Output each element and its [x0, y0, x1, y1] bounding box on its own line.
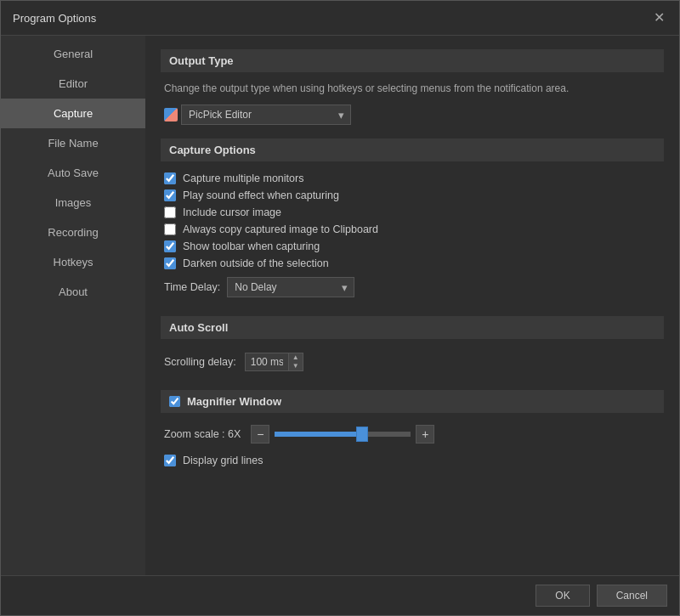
zoom-plus-button[interactable]: +	[416, 425, 434, 444]
window-title: Program Options	[13, 12, 96, 25]
sidebar-item-filename[interactable]: File Name	[1, 128, 145, 158]
time-delay-select-wrapper: No Delay 1 Second 2 Seconds 3 Seconds 5 …	[227, 277, 354, 297]
zoom-slider-fill	[275, 432, 363, 437]
auto-scroll-header: Auto Scroll	[161, 316, 664, 339]
scroll-delay-label: Scrolling delay:	[164, 356, 236, 368]
spinbox-up[interactable]: ▲	[289, 353, 303, 362]
checkbox-multiple-monitors: Capture multiple monitors	[161, 170, 664, 187]
zoom-slider-track[interactable]	[275, 432, 411, 437]
cancel-button[interactable]: Cancel	[597, 585, 667, 607]
sidebar-item-general[interactable]: General	[1, 39, 145, 69]
output-type-select[interactable]: PicPick Editor Clipboard File Printer FT…	[181, 105, 351, 125]
checkbox-play-sound-input[interactable]	[164, 189, 176, 201]
ok-button[interactable]: OK	[536, 585, 589, 607]
time-delay-select[interactable]: No Delay 1 Second 2 Seconds 3 Seconds 5 …	[227, 277, 354, 297]
checkbox-copy-clipboard: Always copy captured image to Clipboard	[161, 221, 664, 238]
checkbox-display-grid: Display grid lines	[161, 452, 664, 469]
output-type-select-wrapper: PicPick Editor Clipboard File Printer FT…	[181, 105, 351, 125]
sidebar-item-capture[interactable]: Capture	[1, 99, 145, 128]
zoom-slider-thumb[interactable]	[356, 427, 368, 442]
zoom-label: Zoom scale : 6X	[164, 428, 241, 440]
content-area: General Editor Capture File Name Auto Sa…	[1, 36, 679, 575]
close-button[interactable]: ✕	[650, 9, 667, 26]
magnifier-header: Magnifier Window	[161, 390, 664, 413]
main-panel: Output Type Change the output type when …	[145, 36, 679, 575]
footer: OK Cancel	[1, 575, 679, 615]
zoom-minus-button[interactable]: −	[251, 425, 269, 444]
checkbox-include-cursor: Include cursor image	[161, 204, 664, 221]
output-type-desc: Change the output type when using hotkey…	[161, 81, 664, 96]
output-type-section: Output Type Change the output type when …	[161, 49, 664, 125]
checkbox-display-grid-input[interactable]	[164, 455, 176, 466]
checkbox-darken-outside-input[interactable]	[164, 257, 176, 269]
checkbox-show-toolbar-input[interactable]	[164, 240, 176, 252]
output-type-header: Output Type	[161, 49, 664, 72]
spinbox-down[interactable]: ▼	[289, 362, 303, 370]
sidebar-item-hotkeys[interactable]: Hotkeys	[1, 247, 145, 277]
sidebar-item-recording[interactable]: Recording	[1, 218, 145, 247]
magnifier-enabled-checkbox[interactable]	[169, 396, 180, 407]
time-delay-row: Time Delay: No Delay 1 Second 2 Seconds …	[161, 272, 664, 302]
checkbox-include-cursor-input[interactable]	[164, 206, 176, 218]
scroll-delay-input[interactable]	[246, 353, 288, 370]
program-options-window: Program Options ✕ General Editor Capture…	[0, 0, 680, 616]
output-select-row: PicPick Editor Clipboard File Printer FT…	[164, 105, 660, 125]
picpick-icon	[164, 108, 178, 122]
time-delay-label: Time Delay:	[164, 281, 220, 293]
checkbox-multiple-monitors-input[interactable]	[164, 172, 176, 184]
checkbox-play-sound: Play sound effect when capturing	[161, 187, 664, 204]
scroll-delay-spinbox: ▲ ▼	[245, 353, 303, 371]
scroll-delay-row: Scrolling delay: ▲ ▼	[161, 348, 664, 376]
checkbox-darken-outside: Darken outside of the selection	[161, 255, 664, 272]
capture-options-section: Capture Options Capture multiple monitor…	[161, 138, 664, 302]
sidebar-item-images[interactable]: Images	[1, 188, 145, 218]
checkbox-copy-clipboard-input[interactable]	[164, 223, 176, 235]
zoom-row: Zoom scale : 6X − +	[161, 421, 664, 452]
output-type-dropdown-row: PicPick Editor Clipboard File Printer FT…	[161, 105, 664, 125]
sidebar: General Editor Capture File Name Auto Sa…	[1, 36, 145, 575]
capture-options-header: Capture Options	[161, 138, 664, 161]
sidebar-item-about[interactable]: About	[1, 277, 145, 307]
auto-scroll-section: Auto Scroll Scrolling delay: ▲ ▼	[161, 316, 664, 376]
sidebar-item-editor[interactable]: Editor	[1, 69, 145, 99]
magnifier-section: Magnifier Window Zoom scale : 6X − + Dis…	[161, 390, 664, 469]
checkbox-show-toolbar: Show toolbar when capturing	[161, 238, 664, 255]
title-bar: Program Options ✕	[1, 1, 679, 36]
spinbox-arrows: ▲ ▼	[288, 353, 303, 370]
sidebar-item-autosave[interactable]: Auto Save	[1, 158, 145, 188]
